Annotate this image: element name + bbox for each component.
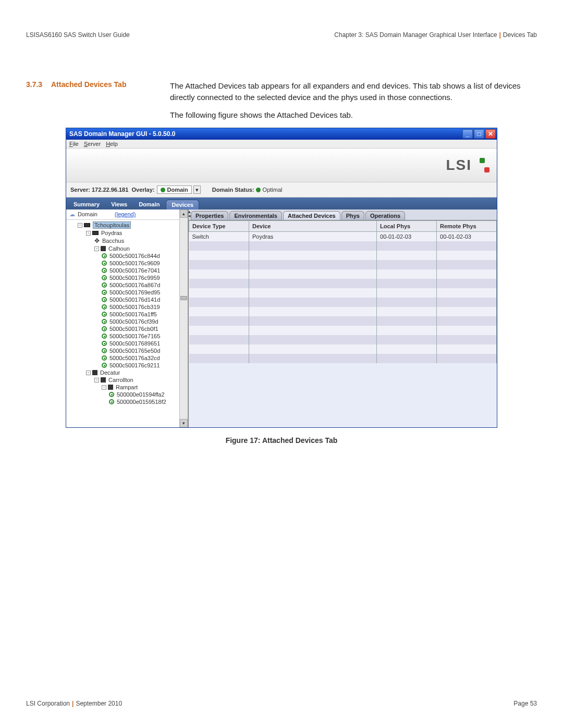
tree-node[interactable]: 5000c500176cb0f1 (70, 325, 186, 332)
tree-node[interactable]: 5000c500176cb319 (70, 303, 186, 311)
tree-node-label: 5000c50017689651 (109, 340, 160, 347)
detail-tab-environmentals[interactable]: Environmentals (229, 211, 282, 220)
footer-left: LSI Corporation|September 2010 (26, 700, 122, 707)
menu-server[interactable]: Server (84, 141, 101, 147)
tree-node-label: 500000e0159518f2 (117, 399, 166, 405)
tree-node[interactable]: 5000c500176e7165 (70, 332, 186, 340)
table-row[interactable]: SwitchPoydras00-01-02-0300-01-02-03 (189, 232, 497, 242)
detail-tab-attached-devices[interactable]: Attached Devices (283, 211, 340, 220)
tree-node-label: 5000c500176c844d (109, 253, 160, 259)
tree-node[interactable]: 500000e0159518f2 (70, 398, 186, 405)
menu-file[interactable]: File (69, 141, 79, 147)
scroll-thumb[interactable] (180, 296, 187, 300)
tree-node-label: 5000c500176a1ff5 (109, 311, 157, 317)
tree-panel: ☁ Domain (legend) ◦Tchoupitoulas◦Poydras… (66, 209, 188, 427)
tree-node[interactable]: ◦Tchoupitoulas (70, 221, 186, 229)
tree-node[interactable]: ◦Decatur (70, 369, 186, 376)
col-header[interactable]: Device (249, 221, 376, 232)
disk-icon (102, 334, 107, 339)
detail-tab-operations[interactable]: Operations (365, 211, 405, 220)
tree-node[interactable]: ◦Poydras (70, 229, 186, 237)
tree-node[interactable]: 5000c500176a32cd (70, 354, 186, 362)
maximize-button[interactable]: □ (474, 129, 484, 139)
tree-node[interactable]: 5000c500176cf39d (70, 318, 186, 325)
scroll-up-button[interactable]: ▴ (180, 209, 188, 218)
table-cell: 00-01-02-03 (437, 232, 497, 242)
tree-toggle-icon[interactable]: ◦ (86, 231, 91, 236)
disk-icon (102, 282, 107, 288)
tree-node[interactable]: 5000c500176e7041 (70, 267, 186, 274)
tree-toggle-icon[interactable]: ◦ (94, 378, 99, 382)
tree-node[interactable]: 5000c5001769ed95 (70, 289, 186, 296)
attached-devices-table: Device TypeDeviceLocal PhysRemote Phys S… (189, 220, 497, 363)
tree-node[interactable]: 500000e01594ffa2 (70, 391, 186, 398)
tree-node-label: 500000e01594ffa2 (117, 391, 165, 398)
tree-node-label: 5000c500176c9609 (109, 260, 160, 266)
overlay-select[interactable]: Domain (157, 186, 192, 194)
status-dot-icon (161, 188, 165, 192)
splitter-handle[interactable]: ▴◂ (188, 209, 191, 218)
tree-node-label: 5000c500176e7041 (109, 267, 160, 274)
menubar: FileServerHelp (66, 140, 497, 149)
tree-node[interactable]: 5000c500176c9959 (70, 274, 186, 281)
tree-toggle-icon[interactable]: ◦ (78, 223, 82, 228)
col-header[interactable]: Local Phys (377, 221, 437, 232)
detail-tab-properties[interactable]: Properties (191, 211, 228, 220)
tree-node[interactable]: 5000c500176a1ff5 (70, 311, 186, 318)
col-header[interactable]: Device Type (189, 221, 249, 232)
tree-node[interactable]: 5000c500176d141d (70, 296, 186, 303)
tree-scrollbar[interactable]: ▴ ▾ (179, 209, 188, 427)
lsi-logo: LSI (446, 157, 489, 174)
tree-root-label[interactable]: Domain (78, 211, 97, 217)
tree-node[interactable]: ◦Carrollton (70, 376, 186, 384)
section-number: 3.7.3 (26, 80, 51, 120)
tree-node[interactable]: ◦Rampart (70, 384, 186, 391)
overlay-dropdown-arrow[interactable]: ▾ (193, 186, 201, 194)
tree-node[interactable]: ✥Bacchus (70, 237, 186, 245)
tab-devices[interactable]: Devices (166, 200, 199, 209)
table-row-empty (189, 260, 497, 269)
enclosure-icon (92, 370, 97, 375)
tree-toggle-icon[interactable]: ◦ (94, 246, 99, 251)
switch-icon (84, 223, 90, 227)
close-button[interactable]: ✕ (485, 129, 496, 139)
disk-icon (109, 399, 114, 404)
tree-node[interactable]: 5000c500176c844d (70, 252, 186, 260)
disk-icon (102, 290, 107, 295)
tree-node-label: 5000c500176cb319 (109, 304, 160, 310)
disk-icon (102, 348, 107, 353)
tree-node[interactable]: ◦Calhoun (70, 245, 186, 252)
table-cell: Switch (189, 232, 249, 242)
app-window: SAS Domain Manager GUI - 5.0.50.0 _ □ ✕ … (66, 128, 497, 428)
tab-domain[interactable]: Domain (133, 200, 165, 209)
tree-node[interactable]: 5000c5001765e50d (70, 347, 186, 354)
tree-node[interactable]: 5000c500176c9211 (70, 362, 186, 369)
enclosure-icon (108, 385, 113, 390)
tree-toggle-icon[interactable]: ◦ (86, 371, 91, 375)
titlebar[interactable]: SAS Domain Manager GUI - 5.0.50.0 _ □ ✕ (66, 128, 497, 140)
detail-tab-phys[interactable]: Phys (341, 211, 364, 220)
table-cell: Poydras (249, 232, 376, 242)
tree-node[interactable]: 5000c500176a867d (70, 281, 186, 289)
initiator-icon: ✥ (94, 237, 100, 244)
minimize-button[interactable]: _ (462, 129, 473, 139)
enclosure-icon (101, 377, 106, 382)
tree-node-label: 5000c500176a32cd (109, 355, 160, 361)
tab-views[interactable]: Views (106, 200, 132, 209)
tree-node[interactable]: 5000c50017689651 (70, 340, 186, 347)
scroll-down-button[interactable]: ▾ (180, 419, 188, 427)
section-p2: The following figure shows the Attached … (170, 109, 537, 121)
table-row-empty (189, 307, 497, 316)
legend-link[interactable]: (legend) (115, 211, 136, 217)
disk-icon (102, 363, 107, 368)
tree-toggle-icon[interactable]: ◦ (102, 385, 106, 390)
table-row-empty (189, 354, 497, 363)
tree-node[interactable]: 5000c500176c9609 (70, 260, 186, 267)
tab-summary[interactable]: Summary (68, 200, 105, 209)
col-header[interactable]: Remote Phys (437, 221, 497, 232)
menu-help[interactable]: Help (106, 141, 118, 147)
section-p1: The Attached Devices tab appears for all… (170, 80, 537, 103)
tree-node-label: 5000c500176c9211 (109, 362, 160, 368)
table-row-empty (189, 298, 497, 307)
table-row-empty (189, 279, 497, 288)
